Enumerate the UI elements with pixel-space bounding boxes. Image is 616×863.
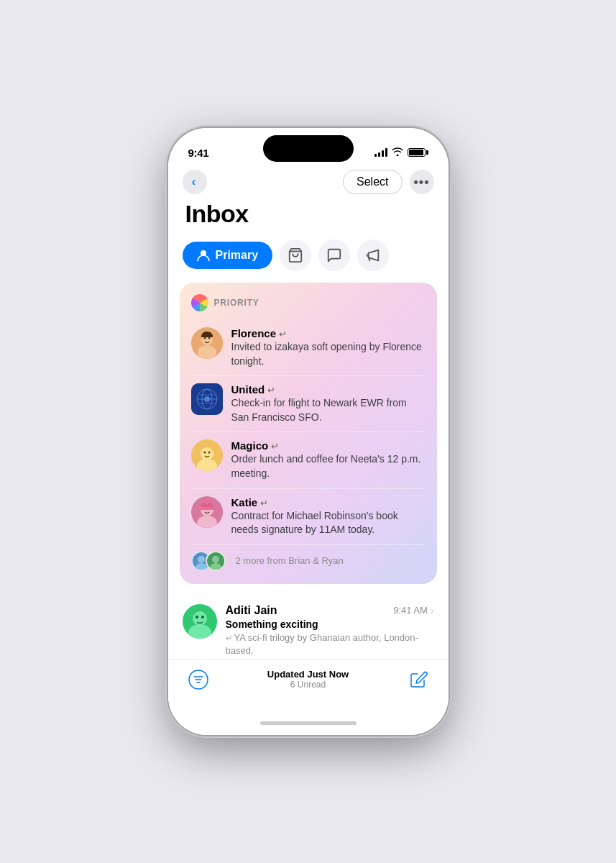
nav-bar: ‹ Select ••• [168,167,449,200]
priority-item-text-united: United ↵ Check-in for flight to Newark E… [231,383,426,424]
filter-icon [188,670,208,690]
svg-point-13 [204,396,210,402]
more-from-text: 2 more from Brian & Ryan [236,555,344,566]
aditi-time: 9:41 AM [393,605,428,616]
megaphone-icon [365,247,381,263]
back-button[interactable]: ‹ [183,170,207,194]
svg-point-30 [212,556,219,563]
email-content-aditi: Aditi Jain 9:41 AM › Something exciting … [226,604,434,657]
svg-point-36 [201,616,204,618]
ryan-avatar-img [207,552,224,570]
aditi-sender: Aditi Jain [226,604,277,617]
priority-item-text-katie: Katie ↵ Contract for Michael Robinson's … [231,496,426,537]
priority-item-florence[interactable]: Florence ↵ Invited to izakaya soft openi… [191,320,426,376]
florence-sender: Florence [231,327,280,339]
unread-label: 6 Unread [267,680,349,690]
priority-header: PRIORITY [191,294,426,311]
updated-label: Updated Just Now [267,669,349,680]
battery-icon [408,148,428,157]
tab-bar: Primary [168,239,449,283]
compose-icon [408,670,428,690]
content-scroll[interactable]: PRIORITY [168,283,449,659]
aditi-preview: ↵ YA sci-fi trilogy by Ghanaian author, … [226,631,434,657]
priority-label: PRIORITY [214,298,259,308]
page-title: Inbox [185,200,431,228]
status-icons [374,147,428,158]
avatar-florence [191,327,223,359]
signal-icon [374,148,387,157]
avatar-katie [191,496,223,528]
status-time: 9:41 [188,147,209,159]
priority-rainbow-icon [191,294,208,311]
select-button[interactable]: Select [343,170,402,194]
svg-point-25 [205,500,209,504]
svg-rect-24 [200,507,214,510]
phone-screen: 9:41 [168,128,449,735]
united-preview: Check-in for flight to Newark EWR from S… [231,396,426,424]
more-button[interactable]: ••• [410,170,434,194]
nav-actions: Select ••• [343,170,433,194]
svg-point-35 [196,616,198,618]
email-item-aditi[interactable]: Aditi Jain 9:41 AM › Something exciting … [180,595,437,659]
email-header-row-aditi: Aditi Jain 9:41 AM › [226,604,434,617]
svg-point-17 [203,452,206,454]
magico-preview: Order lunch and coffee for Neeta's 12 p.… [231,452,426,480]
katie-preview: Contract for Michael Robinson's book nee… [231,509,426,537]
tab-promo[interactable] [357,239,389,271]
priority-item-text-florence: Florence ↵ Invited to izakaya soft openi… [231,327,426,368]
home-bar [260,721,357,725]
more-from-row[interactable]: 2 more from Brian & Ryan [191,545,426,572]
aditi-time-row: 9:41 AM › [393,605,433,616]
svg-point-15 [201,447,213,460]
priority-item-united[interactable]: United ↵ Check-in for flight to Newark E… [191,376,426,432]
florence-preview: Invited to izakaya soft opening by Flore… [231,340,426,368]
phone-frame: 9:41 [168,128,449,735]
avatar-magico [191,439,223,471]
tab-primary-label: Primary [216,249,259,262]
svg-point-18 [208,452,210,454]
page-title-container: Inbox [168,200,449,239]
aditi-avatar-img [183,604,217,639]
chat-icon [326,247,342,263]
priority-item-text-magico: Magico ↵ Order lunch and coffee for Neet… [231,439,426,480]
priority-card: PRIORITY [180,283,437,584]
person-icon [197,250,210,261]
katie-avatar-img [191,496,223,528]
mini-avatar-ryan [206,551,226,571]
united-sender: United [231,383,268,396]
compose-button[interactable] [405,667,431,693]
magico-avatar-img [191,439,223,471]
status-bar: 9:41 [168,128,449,167]
magico-sender: Magico [231,439,272,452]
florence-avatar-img [191,327,223,359]
aditi-subject: Something exciting [226,618,434,630]
more-dots-icon: ••• [414,175,430,188]
back-arrow-icon: ‹ [192,175,196,188]
avatar-united [191,383,223,415]
svg-point-27 [198,556,205,563]
tab-shopping[interactable] [280,239,311,271]
tab-chat[interactable] [318,239,350,271]
more-avatars [191,551,220,571]
dynamic-island [263,135,354,162]
katie-sender: Katie [231,496,261,508]
united-avatar-img [191,383,223,415]
tab-primary[interactable]: Primary [183,242,273,269]
shopping-icon [288,247,303,263]
avatar-aditi-jain [183,604,217,639]
home-indicator [168,711,449,735]
aditi-chevron-icon: › [431,605,434,616]
bottom-bar: Updated Just Now 6 Unread [168,659,449,711]
wifi-icon [392,147,403,158]
update-info: Updated Just Now 6 Unread [267,669,349,690]
priority-item-magico[interactable]: Magico ↵ Order lunch and coffee for Neet… [191,432,426,488]
filter-button[interactable] [185,667,211,693]
priority-item-katie[interactable]: Katie ↵ Contract for Michael Robinson's … [191,489,426,545]
